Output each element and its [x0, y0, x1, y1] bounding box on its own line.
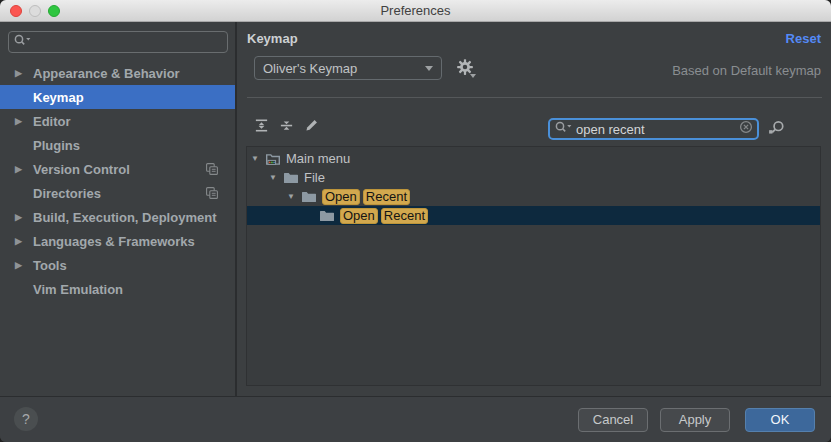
- chevron-right-icon[interactable]: ▶: [15, 116, 33, 126]
- sidebar-item-languages-frameworks[interactable]: ▶Languages & Frameworks: [0, 229, 235, 253]
- dialog-content: ▶Appearance & BehaviorKeymap▶EditorPlugi…: [0, 22, 831, 396]
- based-on-label: Based on Default keymap: [672, 63, 821, 78]
- sidebar-item-label: Plugins: [33, 138, 80, 153]
- keymap-select-value: Oliver's Keymap: [263, 61, 357, 76]
- sidebar-item-appearance-behavior[interactable]: ▶Appearance & Behavior: [0, 61, 235, 85]
- titlebar: Preferences: [0, 0, 831, 22]
- sidebar-item-editor[interactable]: ▶Editor: [0, 109, 235, 133]
- sidebar-item-vim-emulation[interactable]: Vim Emulation: [0, 277, 235, 301]
- sidebar-item-keymap[interactable]: Keymap: [0, 85, 235, 109]
- settings-sidebar: ▶Appearance & BehaviorKeymap▶EditorPlugi…: [0, 22, 237, 396]
- chevron-right-icon[interactable]: ▶: [15, 164, 33, 174]
- keymap-panel: Keymap Reset Oliver's Keymap Based on De…: [237, 22, 831, 396]
- sidebar-item-label: Vim Emulation: [33, 282, 123, 297]
- sidebar-item-build-execution-deployment[interactable]: ▶Build, Execution, Deployment: [0, 205, 235, 229]
- actions-tree: ▼Main menu▼File▼OpenRecentOpenRecent: [246, 146, 821, 386]
- minimize-window-button: [29, 5, 41, 17]
- tree-row-file[interactable]: ▼File: [247, 168, 820, 187]
- ok-button[interactable]: OK: [745, 408, 815, 432]
- folder-icon: [283, 170, 299, 186]
- sidebar-item-version-control[interactable]: ▶Version Control: [0, 157, 235, 181]
- find-by-shortcut-button[interactable]: [767, 119, 786, 138]
- main-menu-icon: [265, 151, 281, 167]
- collapse-all-icon: [279, 118, 294, 137]
- chevron-right-icon[interactable]: ▶: [15, 260, 33, 270]
- search-match-highlight: Open: [322, 189, 360, 205]
- chevron-right-icon[interactable]: ▶: [15, 68, 33, 78]
- clear-search-icon[interactable]: [739, 120, 753, 138]
- keymap-select[interactable]: Oliver's Keymap: [254, 56, 442, 80]
- search-match-highlight: Open: [340, 208, 378, 224]
- sidebar-item-label: Appearance & Behavior: [33, 66, 180, 81]
- action-search-field[interactable]: [548, 118, 759, 140]
- folder-icon: [319, 208, 335, 224]
- dialog-footer: ? Cancel Apply OK: [0, 396, 831, 442]
- chevron-down-icon: [470, 74, 476, 78]
- sidebar-item-label: Tools: [33, 258, 67, 273]
- collapse-all-button[interactable]: [277, 118, 295, 136]
- edit-pencil-icon: [304, 118, 319, 137]
- page-title: Keymap: [247, 31, 298, 46]
- search-match-highlight: Recent: [381, 208, 428, 224]
- sidebar-item-label: Keymap: [33, 90, 84, 105]
- edit-shortcut-button[interactable]: [302, 118, 320, 136]
- sidebar-item-tools[interactable]: ▶Tools: [0, 253, 235, 277]
- chevron-down-icon: [425, 66, 433, 71]
- settings-search-field[interactable]: [8, 31, 228, 53]
- header-separator: [247, 97, 822, 98]
- preferences-window: Preferences ▶Appearance & BehaviorKeymap…: [0, 0, 831, 442]
- tree-row-open-recent[interactable]: OpenRecent: [247, 206, 820, 225]
- search-icon: [554, 120, 574, 139]
- expand-all-icon: [254, 118, 269, 137]
- reset-link[interactable]: Reset: [786, 31, 821, 46]
- apply-button[interactable]: Apply: [660, 408, 730, 432]
- close-window-button[interactable]: [10, 5, 22, 17]
- sidebar-item-label: Build, Execution, Deployment: [33, 210, 216, 225]
- sidebar-item-label: Directories: [33, 186, 101, 201]
- traffic-lights: [10, 5, 60, 17]
- tree-row-main-menu[interactable]: ▼Main menu: [247, 149, 820, 168]
- sidebar-item-plugins[interactable]: Plugins: [0, 133, 235, 157]
- sidebar-item-label: Editor: [33, 114, 71, 129]
- expand-all-button[interactable]: [252, 118, 270, 136]
- tree-row-label: Main menu: [286, 151, 350, 166]
- folder-icon: [301, 189, 317, 205]
- project-level-icon: [205, 186, 219, 200]
- chevron-expanded-icon[interactable]: ▼: [249, 154, 261, 163]
- tree-row-label: File: [304, 170, 325, 185]
- chevron-expanded-icon[interactable]: ▼: [267, 173, 279, 182]
- search-icon: [13, 33, 33, 52]
- sidebar-items: ▶Appearance & BehaviorKeymap▶EditorPlugi…: [0, 61, 235, 301]
- window-title: Preferences: [0, 0, 831, 21]
- sidebar-item-directories[interactable]: Directories: [0, 181, 235, 205]
- sidebar-item-label: Version Control: [33, 162, 130, 177]
- cancel-button[interactable]: Cancel: [578, 408, 648, 432]
- search-match-highlight: Recent: [363, 189, 410, 205]
- settings-search-input[interactable]: [33, 35, 223, 50]
- sidebar-item-label: Languages & Frameworks: [33, 234, 195, 249]
- action-search-input[interactable]: [576, 122, 739, 137]
- project-level-icon: [205, 162, 219, 176]
- chevron-right-icon[interactable]: ▶: [15, 236, 33, 246]
- keymap-toolbar: [252, 118, 320, 136]
- zoom-window-button[interactable]: [48, 5, 60, 17]
- chevron-right-icon[interactable]: ▶: [15, 212, 33, 222]
- tree-row-open-recent[interactable]: ▼OpenRecent: [247, 187, 820, 206]
- chevron-expanded-icon[interactable]: ▼: [285, 192, 297, 201]
- help-button[interactable]: ?: [14, 407, 38, 431]
